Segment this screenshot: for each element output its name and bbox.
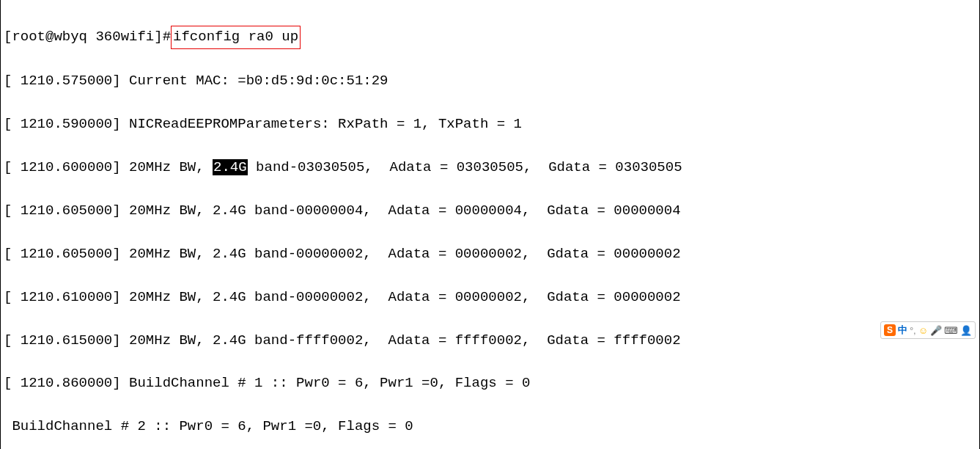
ime-mic-icon[interactable]: 🎤 bbox=[930, 325, 942, 336]
ime-emoji-icon[interactable]: ☺ bbox=[918, 325, 928, 336]
ime-user-icon[interactable]: 👤 bbox=[960, 325, 972, 336]
ime-logo-icon[interactable]: S bbox=[884, 324, 896, 336]
command-highlight-box: ifconfig ra0 up bbox=[171, 26, 301, 48]
log-line: [ 1210.860000] BuildChannel # 1 :: Pwr0 … bbox=[4, 373, 976, 394]
ime-toolbar[interactable]: S 中 °, ☺ 🎤 ⌨ 👤 bbox=[880, 321, 976, 339]
log-line: [ 1210.605000] 20MHz BW, 2.4G band-00000… bbox=[4, 244, 976, 265]
log-line: [ 1210.575000] Current MAC: =b0:d5:9d:0c… bbox=[4, 70, 976, 92]
log-line: [ 1210.590000] NICReadEEPROMParameters: … bbox=[4, 114, 976, 135]
ime-punct-icon[interactable]: °, bbox=[910, 325, 916, 336]
log-line: BuildChannel # 2 :: Pwr0 = 6, Pwr1 =0, F… bbox=[4, 416, 976, 437]
log-line: [ 1210.610000] 20MHz BW, 2.4G band-00000… bbox=[4, 287, 976, 308]
selected-text: 2.4G bbox=[213, 159, 248, 175]
ime-language-toggle[interactable]: 中 bbox=[898, 324, 907, 337]
prompt-line: [root@wbyq 360wifi]#ifconfig ra0 up bbox=[4, 26, 976, 48]
log-line: [ 1210.615000] 20MHz BW, 2.4G band-ffff0… bbox=[4, 330, 976, 351]
ime-keyboard-icon[interactable]: ⌨ bbox=[944, 325, 958, 336]
log-line: [ 1210.600000] 20MHz BW, 2.4G band-03030… bbox=[4, 157, 976, 178]
shell-prompt: [root@wbyq 360wifi]# bbox=[4, 29, 171, 45]
log-line: [ 1210.605000] 20MHz BW, 2.4G band-00000… bbox=[4, 200, 976, 222]
terminal-output[interactable]: [root@wbyq 360wifi]#ifconfig ra0 up [ 12… bbox=[0, 0, 980, 449]
